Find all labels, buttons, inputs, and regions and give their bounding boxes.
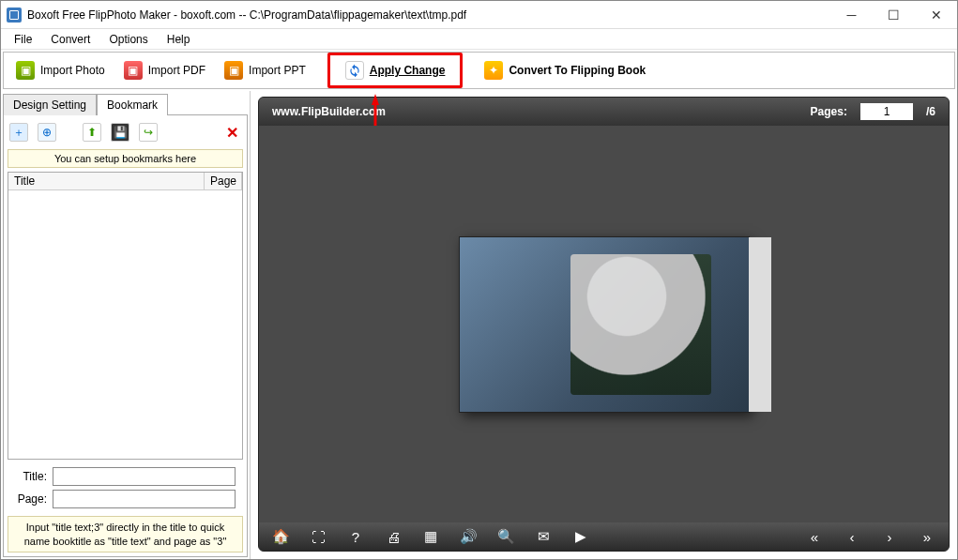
close-button[interactable]: ✕ <box>915 1 957 28</box>
import-pdf-label: Import PDF <box>148 64 205 77</box>
preview-bottom-bar: 🏠 ⛶ ? 🖨 ▦ 🔊 🔍 ✉ ▶ « ‹ › » <box>259 522 949 551</box>
zoom-icon[interactable]: 🔍 <box>497 528 514 545</box>
import-pdf-button[interactable]: ▣ Import PDF <box>115 57 214 83</box>
title-label: Title: <box>15 470 47 483</box>
add-child-bookmark-icon[interactable]: ⊕ <box>38 123 56 142</box>
import-photo-label: Import Photo <box>40 64 105 77</box>
convert-book-label: Convert To Flipping Book <box>509 64 646 77</box>
page-label: Page: <box>15 492 47 506</box>
share-icon[interactable]: ✉ <box>535 528 552 545</box>
col-page[interactable]: Page <box>205 173 242 189</box>
preview-area: www.FlipBuilder.com Pages: /6 安下载 anxz.c… <box>251 91 957 559</box>
table-rows[interactable] <box>8 190 242 459</box>
preview-top-bar: www.FlipBuilder.com Pages: /6 <box>259 98 949 126</box>
title-input[interactable] <box>53 467 236 486</box>
table-header: Title Page <box>8 173 242 190</box>
apply-change-button[interactable]: Apply Change <box>327 53 464 88</box>
ppt-icon: ▣ <box>224 61 243 80</box>
move-up-icon[interactable]: ⬆ <box>83 123 101 142</box>
left-tabs: Design Setting Bookmark <box>3 93 248 114</box>
save-icon[interactable]: 💾 <box>111 123 129 142</box>
preview-frame: www.FlipBuilder.com Pages: /6 安下载 anxz.c… <box>258 97 950 552</box>
pages-label: Pages: <box>811 105 847 118</box>
page-input[interactable] <box>53 490 236 508</box>
refresh-icon <box>345 61 364 80</box>
next-page-arrow-icon[interactable]: ▶ <box>754 315 766 333</box>
first-page-icon[interactable]: « <box>806 529 823 545</box>
left-panel: Design Setting Bookmark ＋ ⊕ ⬆ 💾 ↪ ✕ You … <box>1 91 251 559</box>
print-icon[interactable]: 🖨 <box>385 529 402 545</box>
window-controls: ─ ☐ ✕ <box>830 1 957 28</box>
menu-options[interactable]: Options <box>99 31 157 48</box>
export-icon[interactable]: ↪ <box>139 123 158 142</box>
content-area: Design Setting Bookmark ＋ ⊕ ⬆ 💾 ↪ ✕ You … <box>1 91 957 559</box>
fullscreen-icon[interactable]: ⛶ <box>310 529 327 545</box>
add-bookmark-icon[interactable]: ＋ <box>9 123 28 142</box>
play-icon[interactable]: ▶ <box>572 528 589 545</box>
maximize-button[interactable]: ☐ <box>873 1 915 28</box>
menu-help[interactable]: Help <box>158 31 200 48</box>
title-bar: Boxoft Free FlipPhoto Maker - boxoft.com… <box>1 1 957 29</box>
import-photo-button[interactable]: ▣ Import Photo <box>8 57 114 83</box>
minimize-button[interactable]: ─ <box>830 1 873 28</box>
convert-icon: ✦ <box>484 61 503 80</box>
menu-bar: File Convert Options Help <box>1 29 957 50</box>
window-title: Boxoft Free FlipPhoto Maker - boxoft.com… <box>27 8 830 22</box>
delete-icon[interactable]: ✕ <box>222 123 241 142</box>
bookmark-table: Title Page <box>8 172 243 460</box>
prev-page-icon[interactable]: ‹ <box>844 529 860 545</box>
thumbnails-icon[interactable]: ▦ <box>422 528 439 545</box>
apply-change-label: Apply Change <box>370 64 446 77</box>
menu-file[interactable]: File <box>5 31 41 48</box>
last-page-icon[interactable]: » <box>919 529 935 545</box>
main-toolbar: ▣ Import Photo ▣ Import PDF ▣ Import PPT… <box>3 52 955 89</box>
home-icon[interactable]: 🏠 <box>272 528 289 545</box>
pdf-icon: ▣ <box>124 61 143 80</box>
brand-link[interactable]: www.FlipBuilder.com <box>272 105 386 118</box>
total-pages: /6 <box>926 105 935 118</box>
app-icon <box>7 8 22 23</box>
photo-icon: ▣ <box>16 61 35 80</box>
import-ppt-label: Import PPT <box>249 64 306 77</box>
bookmark-help: Input "title text;3" directly in the tit… <box>8 516 243 552</box>
menu-convert[interactable]: Convert <box>41 31 99 48</box>
help-icon[interactable]: ? <box>347 529 364 545</box>
current-page-input[interactable] <box>860 103 913 120</box>
tab-design-setting[interactable]: Design Setting <box>3 94 97 115</box>
bookmark-toolbar: ＋ ⊕ ⬆ 💾 ↪ ✕ <box>8 119 243 145</box>
page-image <box>570 254 711 395</box>
tab-bookmark[interactable]: Bookmark <box>97 94 168 115</box>
flipbook-page[interactable]: ▶ <box>459 236 750 413</box>
bookmark-panel: ＋ ⊕ ⬆ 💾 ↪ ✕ You can setup bookmarks here… <box>3 114 248 557</box>
next-page-icon[interactable]: › <box>881 529 898 545</box>
sound-icon[interactable]: 🔊 <box>460 528 477 545</box>
bookmark-hint: You can setup bookmarks here <box>8 149 243 168</box>
import-ppt-button[interactable]: ▣ Import PPT <box>216 57 314 83</box>
col-title[interactable]: Title <box>8 173 205 189</box>
preview-stage[interactable]: 安下载 anxz.com ▶ <box>259 126 949 522</box>
convert-book-button[interactable]: ✦ Convert To Flipping Book <box>476 57 654 83</box>
bookmark-inputs: Title: Page: <box>8 463 243 512</box>
